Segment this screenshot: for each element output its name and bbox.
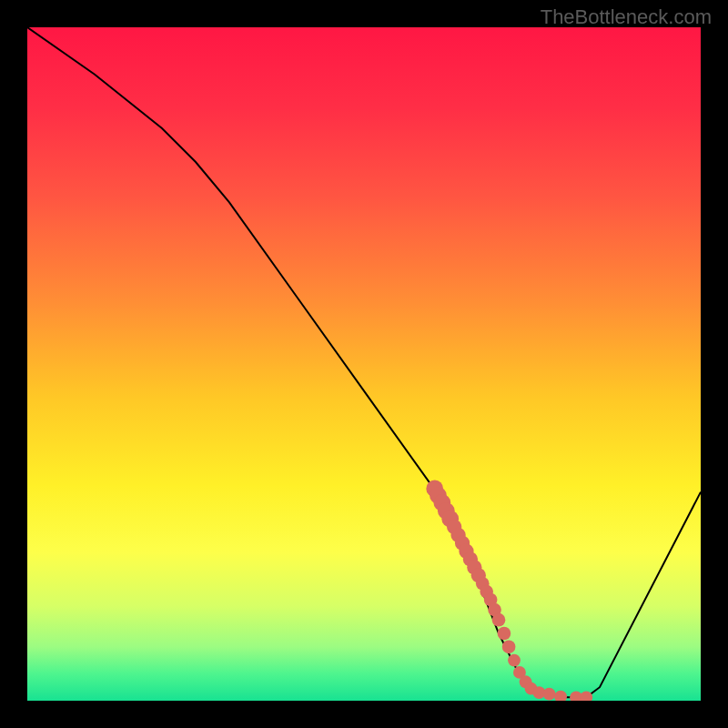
marker-point: [498, 627, 511, 641]
chart-container: TheBottleneck.com: [0, 0, 728, 728]
gradient-background: [27, 27, 701, 701]
watermark-text: TheBottleneck.com: [541, 5, 712, 29]
chart-svg: [27, 27, 701, 701]
marker-point: [492, 613, 506, 627]
marker-point: [502, 640, 516, 653]
plot-area: [27, 27, 701, 701]
marker-point: [508, 654, 521, 667]
marker-point: [543, 688, 556, 701]
